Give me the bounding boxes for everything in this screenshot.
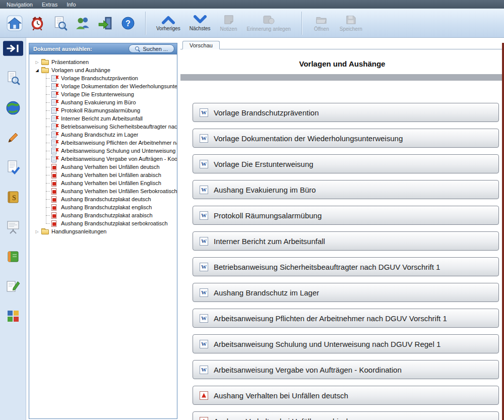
tree-collapse-icon[interactable] — [34, 66, 40, 75]
tree-item[interactable]: Arbeitsanweisung Vergabe von Aufträgen -… — [31, 155, 177, 163]
tree-item-label: Aushang Verhalten bei Unfällen Englisch — [61, 180, 161, 186]
word-document-icon — [51, 148, 56, 154]
tree-item[interactable]: Vorlage Die Erstunterweisung — [31, 90, 177, 98]
svg-text:S: S — [12, 194, 16, 202]
rail-pen-button[interactable] — [3, 130, 23, 146]
alarm-clock-icon — [29, 15, 45, 31]
document-button[interactable]: Arbeitsanweisung Pflichten der Arbeitneh… — [193, 309, 499, 328]
tree-item[interactable]: Aushang Brandschutzplakat englisch — [31, 203, 177, 211]
tree-item[interactable]: Aushang Brandschutzplakat serbokroatisch — [31, 219, 177, 227]
home-button[interactable] — [3, 11, 26, 35]
toolbar-separator — [145, 12, 146, 35]
tree-item[interactable]: Vorlagen und Aushänge — [31, 66, 177, 74]
document-search-icon — [52, 15, 68, 31]
menu-navigation[interactable]: Navigation — [2, 1, 37, 8]
pdf-document-icon — [51, 172, 56, 178]
previous-button[interactable]: Vorheriges — [152, 11, 185, 36]
tree-item[interactable]: Arbeitsanweisung Pflichten der Arbeitneh… — [31, 139, 177, 147]
document-button[interactable]: Vorlage Brandschutzprävention — [193, 103, 499, 122]
document-label: Vorlage Die Erstunterweisung — [214, 160, 313, 168]
search-button[interactable]: Suchen ... — [129, 44, 174, 53]
svg-text:?: ? — [125, 19, 131, 28]
document-button[interactable]: Aushang Verhalten bei Unfällen deutsch — [193, 386, 499, 405]
document-button[interactable]: Aushang Verhalten bei Unfällen arabisch — [193, 411, 499, 420]
exit-icon — [97, 15, 113, 31]
document-button[interactable]: Aushang Evakuierung im Büro — [193, 180, 499, 199]
tree-item[interactable]: Arbeitsanweisung Schulung und Unterweisu… — [31, 147, 177, 155]
rail-notepad-button[interactable] — [3, 278, 23, 294]
document-button[interactable]: Vorlage Die Erstunterweisung — [193, 154, 499, 173]
tree-item-label: Aushang Brandschutzplakat arabisch — [61, 212, 153, 218]
document-button[interactable]: Aushang Brandschutz im Lager — [193, 283, 499, 302]
alarm-button[interactable] — [26, 11, 48, 35]
document-button[interactable]: Arbeitsanweisung Vergabe von Aufträgen -… — [193, 360, 499, 379]
tree-item[interactable]: Aushang Verhalten bei Unfällen Serbokroa… — [31, 187, 177, 195]
word-document-icon — [51, 156, 56, 162]
rail-book-button[interactable] — [3, 249, 23, 265]
exit-button[interactable] — [94, 11, 116, 35]
book-icon — [6, 250, 20, 263]
collapse-panel-button[interactable] — [3, 40, 23, 56]
document-search-button[interactable] — [48, 11, 71, 35]
tab-vorschau[interactable]: Vorschau — [182, 41, 220, 49]
document-search-icon — [6, 71, 21, 86]
help-icon: ? — [120, 16, 136, 31]
users-button[interactable] — [71, 11, 94, 35]
document-label: Arbeitsanweisung Vergabe von Aufträgen -… — [214, 366, 402, 374]
users-icon — [74, 15, 91, 31]
notepad-pencil-icon — [6, 279, 21, 293]
tree-item[interactable]: Aushang Verhalten bei Unfällen Englisch — [31, 179, 177, 187]
document-button[interactable]: Interner Bericht zum Arbeitsunfall — [193, 231, 499, 251]
rail-grid-button[interactable] — [3, 308, 23, 324]
rail-document-check-button[interactable] — [3, 159, 23, 175]
rail-document-search-button[interactable] — [3, 70, 23, 86]
floppy-disk-icon — [345, 15, 357, 25]
menu-info[interactable]: Info — [62, 1, 80, 8]
document-button[interactable]: Betriebsanweisung Sicherheitsbeauftragte… — [193, 257, 499, 276]
tree-item-label: Vorlage Brandschutzprävention — [61, 75, 138, 81]
tree-item[interactable]: Vorlage Dokumentation der Wiederholungsu… — [31, 82, 177, 90]
tree-item[interactable]: Aushang Brandschutzplakat arabisch — [31, 211, 177, 219]
tree-item-label: Aushang Brandschutzplakat deutsch — [61, 196, 151, 202]
tree-item[interactable]: Vorlage Brandschutzprävention — [31, 74, 177, 82]
next-button[interactable]: Nächstes — [185, 11, 215, 36]
rail-whiteboard-button[interactable] — [3, 219, 23, 235]
document-button[interactable]: Protokoll Räumungsalarmübung — [193, 206, 499, 225]
word-icon — [200, 314, 208, 323]
document-label: Aushang Verhalten bei Unfällen deutsch — [214, 391, 348, 400]
rail-globe-button[interactable] — [3, 100, 23, 116]
pdf-document-icon — [51, 188, 56, 195]
pdf-document-icon — [51, 164, 56, 170]
pdf-document-icon — [51, 204, 56, 211]
document-button[interactable]: Arbeitsanweisung Schulung und Unterweisu… — [193, 334, 499, 353]
document-tree: PräsentationenVorlagen und AushängeVorla… — [29, 54, 177, 418]
tree-item-label: Betriebsanweisung Sicherheitsbeauftragte… — [61, 124, 177, 130]
word-document-icon — [51, 75, 56, 82]
word-document-icon — [51, 107, 56, 114]
tree-item[interactable]: Aushang Brandschutz im Lager — [31, 131, 177, 139]
tree-item[interactable]: Betriebsanweisung Sicherheitsbeauftragte… — [31, 123, 177, 131]
content-area: S — [0, 38, 504, 420]
tree-expand-icon[interactable] — [34, 227, 40, 236]
toolbar-separator — [301, 12, 302, 35]
notes-button: Notizen — [215, 11, 242, 36]
menu-extras[interactable]: Extras — [37, 1, 62, 8]
menubar: Navigation Extras Info — [0, 0, 504, 9]
tree-item[interactable]: Protokoll Räumungsalarmübung — [31, 106, 177, 114]
document-button[interactable]: Vorlage Dokumentation der Wiederholungsu… — [193, 129, 499, 148]
tree-item[interactable]: Aushang Evakuierung im Büro — [31, 98, 177, 106]
tree-item[interactable]: Aushang Brandschutzplakat deutsch — [31, 195, 177, 203]
globe-icon — [5, 100, 21, 116]
tree-item[interactable]: Handlungsanleitungen — [31, 227, 177, 235]
tree-item[interactable]: Aushang Verhalten bei Unfällen arabisch — [31, 171, 177, 179]
search-icon — [135, 46, 140, 51]
tree-item[interactable]: Aushang Verhalten bei Unfällen deutsch — [31, 163, 177, 171]
rail-finance-book-button[interactable]: S — [3, 189, 23, 205]
tree-item[interactable]: Präsentationen — [31, 58, 177, 66]
help-button[interactable]: ? — [116, 11, 139, 35]
reminder-button: Erinnerung anlegen — [242, 11, 295, 36]
tree-panel-header: Dokument auswählen: Suchen ... — [29, 43, 177, 54]
tab-strip: Vorschau — [180, 40, 504, 49]
tree-item-label: Aushang Brandschutzplakat serbokroatisch — [61, 220, 168, 226]
tree-item[interactable]: Interner Bericht zum Arbeitsunfall — [31, 114, 177, 123]
